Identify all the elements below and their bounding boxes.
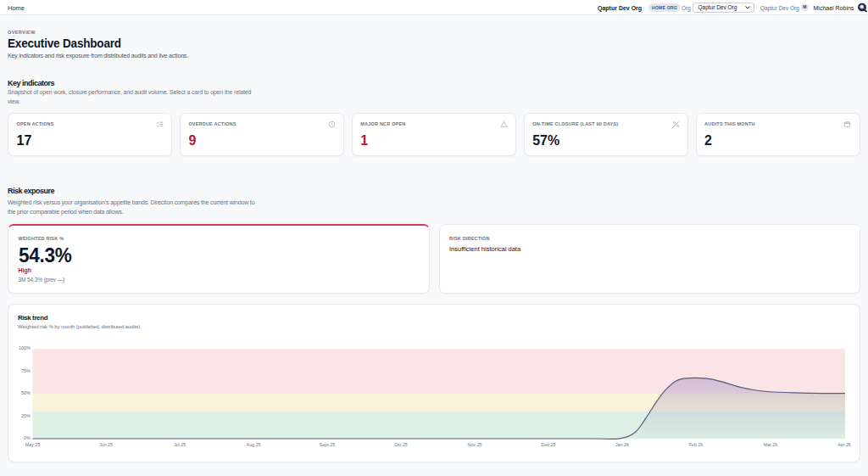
svg-text:Nov 25: Nov 25 xyxy=(468,442,482,447)
svg-text:Dec 25: Dec 25 xyxy=(542,442,556,447)
svg-text:Oct 25: Oct 25 xyxy=(394,442,408,447)
svg-text:0%: 0% xyxy=(24,435,31,440)
svg-text:Mar 26: Mar 26 xyxy=(764,442,778,447)
svg-text:Aug 25: Aug 25 xyxy=(247,442,261,447)
svg-text:Feb 26: Feb 26 xyxy=(689,442,704,447)
svg-text:Apr 26: Apr 26 xyxy=(837,442,851,447)
svg-text:100%: 100% xyxy=(19,345,31,350)
svg-text:May 25: May 25 xyxy=(25,442,40,447)
svg-text:50%: 50% xyxy=(21,390,31,395)
svg-text:Jun 25: Jun 25 xyxy=(99,442,113,447)
svg-text:75%: 75% xyxy=(21,368,31,373)
svg-text:Jan 26: Jan 26 xyxy=(615,442,629,447)
svg-text:Sept 25: Sept 25 xyxy=(320,442,335,447)
svg-text:25%: 25% xyxy=(21,413,31,418)
svg-text:Jul 25: Jul 25 xyxy=(174,442,186,447)
